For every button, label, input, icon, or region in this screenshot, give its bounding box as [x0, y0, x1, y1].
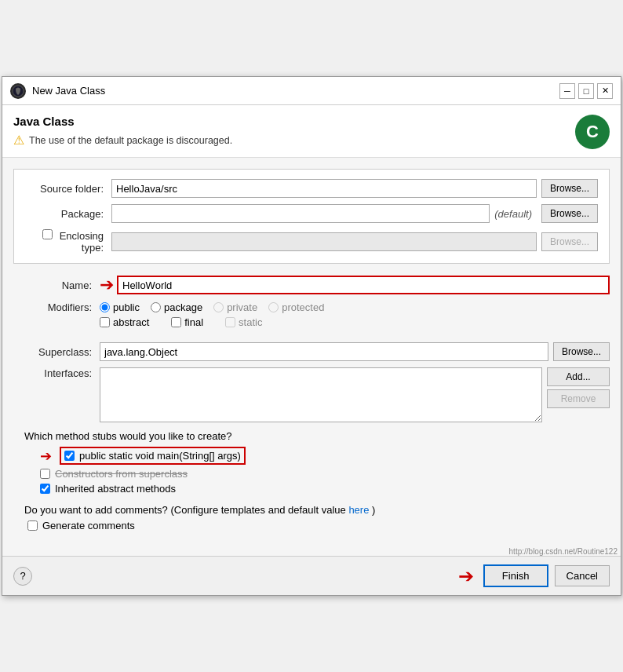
footer-right: ➔ Finish Cancel — [458, 564, 610, 587]
enclosing-row: Enclosing type: Browse... — [25, 229, 598, 254]
help-button[interactable]: ? — [13, 567, 32, 586]
modifier-checkbox-group: abstract final static — [100, 316, 273, 328]
dialog-title: New Java Class — [32, 85, 105, 97]
modifier-protected-radio[interactable] — [268, 302, 279, 312]
modifier-abstract-checkbox[interactable] — [100, 317, 110, 327]
source-folder-input[interactable] — [111, 179, 537, 198]
title-bar: New Java Class ─ □ ✕ — [2, 77, 621, 105]
enclosing-browse-button[interactable]: Browse... — [541, 232, 598, 251]
superclass-browse-button[interactable]: Browse... — [553, 342, 610, 361]
modifier-public[interactable]: public — [100, 301, 140, 313]
main-method-label: public static void main(String[] args) — [79, 450, 241, 462]
comments-text: Do you want to add comments? (Configure … — [24, 504, 346, 516]
name-modifiers-section: Name: ➔ Modifiers: public package — [13, 272, 610, 342]
superclass-input[interactable] — [100, 342, 548, 361]
warning-message: ⚠ The use of the default package is disc… — [13, 133, 232, 148]
stubs-section: Which method stubs would you like to cre… — [13, 430, 610, 504]
modifier-final-checkbox[interactable] — [171, 317, 181, 327]
dialog-body: Source folder: Browse... Package: (defau… — [2, 158, 621, 547]
modifiers-row-2: abstract final static — [13, 316, 610, 328]
inherited-label: Inherited abstract methods — [55, 483, 176, 495]
package-browse-button[interactable]: Browse... — [541, 204, 598, 223]
enclosing-checkbox[interactable] — [42, 229, 53, 239]
source-section: Source folder: Browse... Package: (defau… — [13, 169, 610, 264]
header-left: Java Class ⚠ The use of the default pack… — [13, 115, 232, 148]
name-input[interactable] — [117, 276, 610, 294]
interfaces-label: Interfaces: — [13, 367, 100, 379]
dialog-header-title: Java Class — [13, 115, 232, 128]
generate-comments-row: Generate comments — [24, 520, 599, 531]
comments-question-end: ) — [372, 504, 375, 516]
stubs-title: Which method stubs would you like to cre… — [24, 430, 599, 442]
comments-here-link[interactable]: here — [348, 504, 369, 516]
interfaces-remove-button[interactable]: Remove — [547, 389, 610, 408]
modifier-package-radio[interactable] — [151, 302, 161, 312]
modifier-final[interactable]: final — [171, 316, 203, 328]
main-method-checkbox[interactable] — [64, 451, 75, 461]
source-folder-row: Source folder: Browse... — [25, 179, 598, 198]
name-label: Name: — [13, 279, 100, 291]
modifier-public-radio[interactable] — [100, 302, 110, 312]
stub-main-item: ➔ public static void main(String[] args) — [40, 447, 599, 465]
new-java-class-dialog: New Java Class ─ □ ✕ Java Class ⚠ The us… — [2, 76, 621, 596]
modifier-package[interactable]: package — [151, 301, 202, 313]
warning-text: The use of the default package is discou… — [29, 135, 232, 146]
modifier-radio-group: public package private protected — [100, 301, 324, 313]
modifier-protected[interactable]: protected — [268, 301, 324, 313]
minimize-button[interactable]: ─ — [559, 83, 575, 99]
name-row: Name: ➔ — [13, 275, 610, 295]
modifier-private[interactable]: private — [213, 301, 257, 313]
modifier-static-checkbox[interactable] — [225, 317, 235, 327]
title-bar-left: New Java Class — [10, 83, 105, 99]
inherited-checkbox[interactable] — [40, 484, 50, 494]
stub-inherited-item: Inherited abstract methods — [40, 483, 599, 495]
modifiers-label: Modifiers: — [13, 301, 100, 313]
dialog-header: Java Class ⚠ The use of the default pack… — [2, 105, 621, 158]
superclass-row: Superclass: Browse... — [13, 342, 610, 361]
package-label: Package: — [25, 208, 111, 220]
name-arrow-icon: ➔ — [100, 275, 114, 295]
comments-section: Do you want to add comments? (Configure … — [13, 504, 610, 539]
package-default-text: (default) — [494, 208, 532, 220]
comments-question: Do you want to add comments? (Configure … — [24, 504, 599, 516]
url-text: http://blog.csdn.net/Routine122 — [2, 547, 621, 556]
close-button[interactable]: ✕ — [597, 83, 613, 99]
enclosing-input — [111, 232, 537, 251]
warning-icon: ⚠ — [13, 133, 24, 148]
constructors-checkbox[interactable] — [40, 469, 50, 479]
dialog-footer: ? ➔ Finish Cancel — [2, 556, 621, 595]
constructors-label: Constructors from superclass — [55, 468, 188, 480]
title-bar-controls: ─ □ ✕ — [559, 83, 613, 99]
package-row: Package: (default) Browse... — [25, 204, 598, 223]
eclipse-logo: C — [575, 115, 610, 149]
interfaces-add-button[interactable]: Add... — [547, 367, 610, 386]
source-folder-browse-button[interactable]: Browse... — [541, 179, 598, 198]
source-folder-label: Source folder: — [25, 183, 111, 195]
cancel-button[interactable]: Cancel — [555, 565, 610, 586]
stub-main-box: public static void main(String[] args) — [60, 447, 246, 465]
generate-comments-label: Generate comments — [42, 520, 135, 531]
modifiers-row-1: Modifiers: public package private — [13, 301, 610, 313]
superclass-label: Superclass: — [13, 346, 100, 358]
interfaces-input[interactable] — [100, 367, 542, 422]
finish-arrow-icon: ➔ — [458, 565, 474, 587]
maximize-button[interactable]: □ — [578, 83, 594, 99]
finish-button[interactable]: Finish — [483, 564, 548, 587]
modifier-private-radio[interactable] — [213, 302, 224, 312]
interfaces-buttons: Add... Remove — [547, 367, 610, 408]
app-icon — [10, 83, 26, 99]
stub-constructors-item: Constructors from superclass — [40, 468, 599, 480]
interfaces-row: Interfaces: Add... Remove — [13, 367, 610, 422]
modifier-abstract[interactable]: abstract — [100, 316, 149, 328]
package-input[interactable] — [111, 204, 490, 223]
stubs-list: ➔ public static void main(String[] args)… — [24, 447, 599, 495]
stub-arrow-icon: ➔ — [40, 447, 52, 465]
modifier-static[interactable]: static — [225, 316, 262, 328]
enclosing-label: Enclosing type: — [25, 229, 111, 254]
generate-comments-checkbox[interactable] — [27, 520, 38, 531]
